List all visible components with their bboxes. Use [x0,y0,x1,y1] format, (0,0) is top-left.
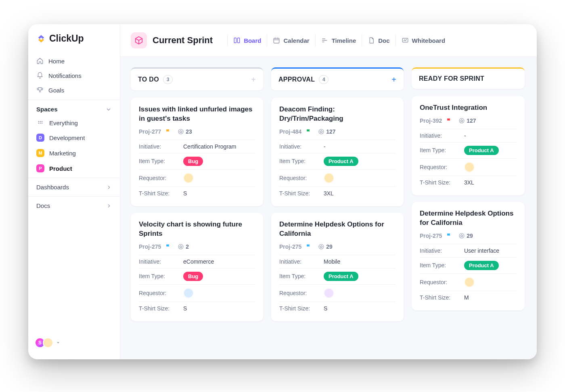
field-label: T-Shirt Size: [279,305,324,312]
spaces-header[interactable]: Spaces [28,100,120,116]
svg-point-4 [42,121,43,122]
space-color-icon: D [36,134,44,142]
field-value: 3XL [324,190,334,197]
nav-goals[interactable]: Goals [28,83,120,97]
sidebar-item-marketing[interactable]: M Marketing [28,145,120,161]
item-type-pill: Product A [464,261,499,270]
nav-label: Goals [48,87,64,94]
caret-down-icon [56,340,61,345]
field-value: User interface [464,247,499,254]
field-label: Requestor: [420,164,464,170]
star-count: 2 [178,243,189,250]
field-value: S [183,305,187,312]
field-item-type: Item Type: Product A [420,142,517,158]
tab-timeline[interactable]: Timeline [315,34,362,46]
nav-docs[interactable]: Docs [28,196,120,215]
field-tshirt: T-Shirt Size: S [139,187,255,200]
column-header[interactable]: READY FOR SPRINT [412,67,525,89]
chevron-right-icon [106,184,112,190]
nav-label: Notifications [48,72,82,79]
task-card[interactable]: Determine Helpdesk Options for Californi… [412,202,525,310]
field-label: T-Shirt Size: [279,190,324,197]
tab-label: Timeline [332,37,356,44]
calendar-icon [273,37,280,44]
field-value: Certification Program [183,143,236,150]
tab-label: Calendar [283,37,309,44]
field-label: Initiative: [279,143,324,150]
flag-icon [446,117,452,124]
field-label: Item Type: [420,262,464,268]
add-card-button[interactable]: + [391,75,396,84]
field-value: - [464,132,466,139]
sidebar-item-label: Product [49,165,72,172]
tab-calendar[interactable]: Calendar [267,34,315,46]
field-label: Item Type: [420,147,464,153]
svg-point-0 [38,121,40,122]
sidebar-item-development[interactable]: D Development [28,130,120,145]
star-count: 23 [178,128,192,135]
star-count: 29 [458,233,473,239]
add-card-button[interactable]: + [251,75,256,84]
tab-board[interactable]: Board [227,34,267,46]
nav-dashboards[interactable]: Dashboards [28,178,120,196]
column-header[interactable]: APPROVAL 4 + [271,67,404,90]
tab-doc[interactable]: Doc [362,34,395,46]
task-card[interactable]: Issues with linked unfurled images in gu… [131,98,263,206]
space-color-icon: M [36,149,44,157]
project-id: Proj-275 [420,233,442,239]
board-column: TO DO 3 + Issues with linked unfurled im… [131,67,263,349]
field-label: T-Shirt Size: [139,190,183,197]
card-title: OneTrust Integration [420,103,517,113]
task-card[interactable]: OneTrust Integration Proj-392 127 Initia… [412,96,525,195]
field-label: Initiative: [420,247,464,254]
column-header[interactable]: TO DO 3 + [131,67,263,90]
field-label: Requestor: [420,279,464,285]
home-icon [36,57,44,65]
user-switcher[interactable]: S [28,332,120,354]
space-color-icon: P [36,164,44,172]
tab-label: Doc [378,37,389,44]
nav-notifications[interactable]: Notifications [28,68,120,83]
field-value: S [183,190,187,197]
field-tshirt: T-Shirt Size: M [420,291,517,304]
card-title: Issues with linked unfurled images in gu… [139,105,255,124]
field-tshirt: T-Shirt Size: 3XL [279,187,396,200]
sidebar-item-label: Development [49,134,85,141]
svg-rect-7 [238,38,240,43]
field-tshirt: T-Shirt Size: S [139,302,255,315]
field-label: Initiative: [139,258,183,265]
field-value: - [324,143,326,150]
star-count: 127 [458,117,476,124]
whiteboard-icon [402,37,409,44]
flag-icon [165,243,171,249]
svg-point-5 [42,122,43,124]
task-card[interactable]: Determine Helpdesk Options for Californi… [271,213,404,321]
field-label: Item Type: [279,158,324,164]
nav-label: Docs [36,202,50,209]
sidebar-item-product[interactable]: P Product [28,161,120,176]
svg-point-2 [38,122,40,124]
sidebar-item-everything[interactable]: Everything [28,116,120,130]
card-meta: Proj-484 127 [279,128,396,135]
task-card[interactable]: Deacom Finding: Dry/Trim/Packaging Proj-… [271,98,404,206]
svg-rect-8 [274,38,280,43]
task-card[interactable]: Velocity chart is showing future Sprints… [131,213,263,321]
field-value: 3XL [464,179,474,186]
field-tshirt: T-Shirt Size: S [279,302,396,315]
card-meta: Proj-275 29 [279,243,396,250]
spaces-list: D DevelopmentM MarketingP Product [28,130,120,176]
nav-label: Dashboards [36,184,69,191]
chevron-down-icon [105,106,112,113]
sidebar-item-label: Marketing [49,150,76,157]
column-title: APPROVAL [278,76,315,83]
field-label: Initiative: [139,143,183,150]
avatar [183,288,194,298]
app-window: ClickUp Home Notifications Goals Spaces [28,24,537,359]
board-area: TO DO 3 + Issues with linked unfurled im… [120,57,537,359]
tab-whiteboard[interactable]: Whiteboard [396,34,451,46]
column-title: READY FOR SPRINT [419,75,484,82]
nav-home[interactable]: Home [28,54,120,68]
brand-logo[interactable]: ClickUp [28,33,120,51]
cube-icon [131,32,147,48]
card-title: Velocity chart is showing future Sprints [139,220,255,239]
